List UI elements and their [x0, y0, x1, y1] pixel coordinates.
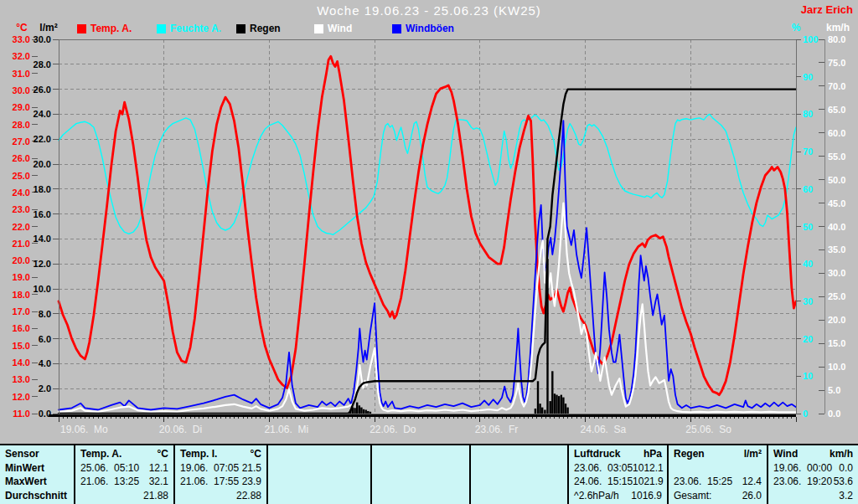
svg-text:0.0: 0.0: [828, 409, 840, 419]
station-name: Jarz Erich: [801, 3, 853, 16]
svg-text:14.0: 14.0: [34, 234, 51, 244]
svg-text:22.06. Do: 22.06. Do: [370, 424, 416, 435]
svg-text:5.0: 5.0: [828, 385, 840, 395]
svg-text:10.0: 10.0: [34, 284, 51, 294]
stats-column: [469, 445, 567, 504]
svg-text:30: 30: [803, 296, 813, 306]
stats-cell: 3.2: [773, 489, 853, 503]
stats-cell: [674, 461, 762, 476]
svg-text:20.0: 20.0: [828, 315, 845, 325]
svg-text:20.0: 20.0: [13, 255, 30, 265]
stats-column: [370, 445, 469, 504]
svg-text:40.0: 40.0: [828, 222, 845, 232]
svg-text:20: 20: [803, 334, 813, 344]
stats-cell: [476, 475, 562, 489]
svg-text:26.0: 26.0: [34, 85, 51, 95]
stats-cell: 19.06. 07:0521.5: [180, 461, 261, 476]
stats-cell: Temp. A.°C: [80, 447, 168, 461]
stats-column: [266, 445, 370, 504]
svg-text:90: 90: [803, 72, 813, 82]
svg-text:17.0: 17.0: [13, 306, 30, 316]
svg-text:15.0: 15.0: [828, 338, 845, 348]
stats-cell: [476, 489, 562, 503]
svg-text:25.06. So: 25.06. So: [685, 424, 731, 435]
stats-cell: [273, 489, 365, 503]
svg-text:35.0: 35.0: [828, 244, 845, 255]
svg-text:65.0: 65.0: [828, 105, 845, 115]
svg-text:18.0: 18.0: [13, 290, 30, 300]
legend-item: Regen: [236, 23, 281, 34]
svg-text:40: 40: [803, 259, 813, 269]
legend-color-swatch: [314, 24, 323, 33]
svg-text:25.0: 25.0: [828, 291, 845, 301]
stats-table: SensorMinWertMaxWertDurchschnittTemp. A.…: [0, 444, 858, 504]
stats-row-headers: SensorMinWertMaxWertDurchschnitt: [0, 445, 74, 504]
svg-text:28.0: 28.0: [13, 120, 30, 130]
legend-item: Wind: [314, 23, 352, 34]
svg-text:50.0: 50.0: [828, 175, 845, 185]
svg-text:10.0: 10.0: [828, 362, 845, 372]
legend-item: Feuchte A.: [157, 23, 221, 34]
axis-wind: 0.05.010.015.020.025.030.035.040.045.050…: [819, 34, 845, 419]
stats-cell: 23.06. 15:2512.4: [674, 475, 762, 489]
svg-text:22.0: 22.0: [13, 222, 30, 232]
svg-text:24.0: 24.0: [34, 109, 51, 119]
legend-color-swatch: [157, 24, 166, 33]
svg-text:2.0: 2.0: [39, 383, 51, 393]
stats-cell: 22.88: [180, 489, 261, 503]
svg-text:6.0: 6.0: [39, 334, 51, 344]
svg-text:26.0: 26.0: [13, 153, 30, 163]
stats-cell: MinWert: [5, 461, 69, 476]
hour-ticks: [59, 417, 796, 422]
stats-cell: [377, 475, 464, 489]
svg-text:13.0: 13.0: [13, 374, 30, 384]
legend-label: Feuchte A.: [170, 23, 221, 34]
svg-text:12.0: 12.0: [34, 259, 51, 269]
stats-cell: Gesamt:26.0: [674, 489, 762, 503]
svg-text:23.06. Fr: 23.06. Fr: [475, 424, 518, 435]
svg-text:31.0: 31.0: [13, 69, 30, 79]
svg-text:15.0: 15.0: [13, 341, 30, 351]
svg-text:12.0: 12.0: [13, 392, 30, 402]
stats-cell: Durchschnitt: [5, 489, 69, 503]
stats-column: Windkm/h19.06. 00:000.023.06. 19:2053.63…: [767, 445, 858, 504]
stats-cell: Sensor: [5, 447, 69, 461]
page-title: Woche 19.06.23 - 25.06.23 (KW25): [0, 3, 858, 18]
stats-cell: [377, 461, 464, 476]
svg-text:14.0: 14.0: [13, 357, 30, 368]
stats-cell: 19.06. 00:000.0: [773, 461, 853, 476]
svg-text:28.0: 28.0: [34, 59, 51, 69]
svg-text:25.0: 25.0: [13, 171, 30, 181]
stats-cell: 21.06. 13:2532.1: [80, 475, 168, 489]
svg-text:18.0: 18.0: [34, 184, 51, 194]
legend-item: Windböen: [392, 23, 454, 34]
legend-label: Temp. A.: [90, 23, 132, 34]
svg-text:21.06. Mi: 21.06. Mi: [264, 424, 308, 435]
svg-text:20.0: 20.0: [34, 159, 51, 169]
stats-cell: MaxWert: [5, 475, 69, 489]
stats-cell: [476, 447, 562, 461]
stats-cell: [273, 461, 365, 476]
svg-text:0.0: 0.0: [39, 409, 51, 419]
svg-text:32.0: 32.0: [13, 51, 30, 61]
svg-text:16.0: 16.0: [13, 323, 30, 333]
legend-color-swatch: [236, 24, 246, 33]
stats-cell: 23.06. 03:051012.1: [574, 461, 662, 476]
stats-cell: [476, 461, 562, 476]
stats-cell: [377, 447, 464, 461]
stats-column: Temp. A.°C25.06. 05:1012.121.06. 13:2532…: [74, 445, 173, 504]
svg-text:60.0: 60.0: [828, 128, 845, 138]
svg-text:8.0: 8.0: [39, 309, 51, 319]
svg-text:4.0: 4.0: [39, 358, 51, 368]
chart-legend: Temp. A.Feuchte A.RegenWindWindböen: [0, 23, 858, 34]
svg-text:24.06. Sa: 24.06. Sa: [581, 424, 627, 435]
svg-text:30.0: 30.0: [34, 34, 51, 44]
svg-text:20.06. Di: 20.06. Di: [159, 424, 202, 435]
svg-text:100: 100: [803, 34, 818, 44]
legend-color-swatch: [77, 24, 86, 33]
weather-chart: 11.012.013.014.015.016.017.018.019.020.0…: [0, 0, 858, 444]
stats-cell: Temp. I.°C: [180, 447, 261, 461]
svg-text:21.0: 21.0: [13, 239, 30, 249]
svg-text:23.0: 23.0: [13, 204, 30, 214]
stats-cell: [273, 475, 365, 489]
